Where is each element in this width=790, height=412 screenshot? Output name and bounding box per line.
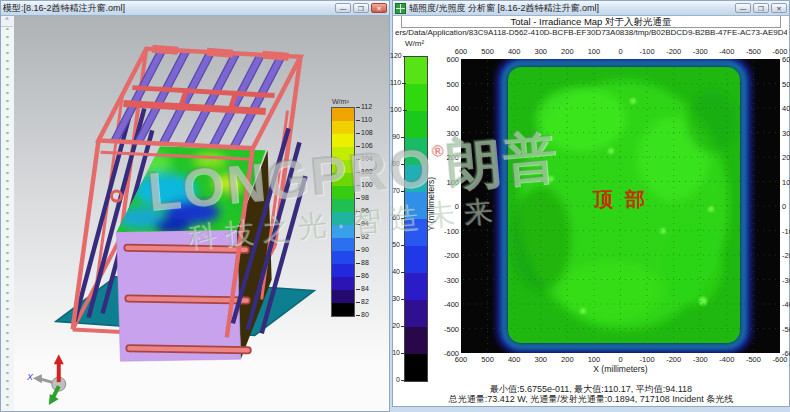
axis-x-label: X bbox=[26, 372, 34, 382]
orientation-triad: X bbox=[26, 354, 66, 405]
x-tick-label: -200 bbox=[661, 355, 687, 364]
colorbar-units-label: W/m² bbox=[405, 39, 424, 48]
minimize-icon[interactable]: — bbox=[735, 3, 751, 13]
legend-color-segment bbox=[332, 108, 354, 121]
model-window-titlebar[interactable]: 模型:[8.16-2酋特精注升窗.oml] — ❐ ✕ bbox=[1, 1, 389, 16]
y-tick-label: 0 bbox=[782, 202, 790, 211]
y-tick-label: -200 bbox=[433, 251, 459, 260]
y-tick-label: 600 bbox=[433, 55, 459, 64]
y-tick-label: 400 bbox=[782, 104, 790, 113]
x-tick-label: 200 bbox=[554, 47, 580, 56]
x-tick-label: 100 bbox=[581, 47, 607, 56]
y-tick-label: -500 bbox=[782, 325, 790, 334]
colorbar-color-segment bbox=[405, 327, 427, 354]
cage-bracket bbox=[111, 191, 121, 201]
x-tick-label: 400 bbox=[501, 47, 527, 56]
x-tick-label: -300 bbox=[687, 47, 713, 56]
irradiance-window-titlebar[interactable]: 辐照度/光照度 分析窗 [8.16-2酋特精注升窗.oml] — ❐ ✕ bbox=[393, 1, 789, 16]
close-icon[interactable]: ✕ bbox=[371, 3, 387, 13]
x-tick-label: 400 bbox=[501, 355, 527, 364]
y-tick-label: -500 bbox=[433, 325, 459, 334]
y-tick-label: 500 bbox=[782, 80, 790, 89]
x-tick-label: -500 bbox=[740, 355, 766, 364]
colorbar-color-segment bbox=[405, 273, 427, 300]
x-axis-title: X (millimeters) bbox=[461, 364, 780, 374]
x-tick-label: 300 bbox=[528, 47, 554, 56]
model-window: 模型:[8.16-2酋特精注升窗.oml] — ❐ ✕ ^ bbox=[0, 0, 390, 412]
model-side-strip[interactable]: ^ bbox=[1, 15, 15, 411]
model-viewport[interactable]: X W/m² 112110108106104102100989694929088… bbox=[14, 15, 389, 411]
irradiance-heatmap: 顶部 bbox=[461, 59, 780, 353]
y-tick-label: 200 bbox=[433, 153, 459, 162]
y-axis-title: Y (millimeters) bbox=[426, 169, 436, 239]
y-tick-label: 600 bbox=[782, 55, 790, 64]
irradiance-plot[interactable]: 顶部 bbox=[461, 59, 780, 353]
analysis-window-icon bbox=[395, 3, 406, 14]
x-tick-label: 500 bbox=[475, 355, 501, 364]
colorbar-color-segment bbox=[405, 300, 427, 327]
legend-color-segment bbox=[332, 160, 354, 173]
x-tick-label: 100 bbox=[581, 355, 607, 364]
colorbar-color-segment bbox=[405, 354, 427, 381]
legend-color-segment bbox=[332, 238, 354, 251]
colorbar-color-segment bbox=[405, 192, 427, 219]
map-title: Total - Irradiance Map 对于入射光通量 bbox=[401, 15, 781, 28]
irradiance-window-title: 辐照度/光照度 分析窗 [8.16-2酋特精注升窗.oml] bbox=[409, 2, 732, 15]
colorbar-color-segment bbox=[405, 138, 427, 165]
y-tick-label: -100 bbox=[433, 227, 459, 236]
restore-icon[interactable]: ❐ bbox=[753, 3, 769, 13]
y-tick-label: 300 bbox=[782, 129, 790, 138]
y-tick-label: 200 bbox=[782, 153, 790, 162]
x-tick-label: 200 bbox=[554, 355, 580, 364]
colorbar-color-segment bbox=[405, 57, 427, 84]
y-tick-label: 400 bbox=[433, 104, 459, 113]
x-tick-label: -400 bbox=[714, 355, 740, 364]
x-tick-label: -200 bbox=[661, 47, 687, 56]
x-tick-label: -400 bbox=[714, 47, 740, 56]
scroll-up-icon[interactable]: ^ bbox=[1, 15, 13, 27]
y-tick-label: 100 bbox=[782, 178, 790, 187]
colorbar-color-segment bbox=[405, 111, 427, 138]
y-tick-label: -100 bbox=[782, 227, 790, 236]
y-tick-label: -200 bbox=[782, 251, 790, 260]
legend-color-segment bbox=[332, 264, 354, 277]
legend-color-segment bbox=[332, 290, 354, 303]
irradiance-colorbar bbox=[404, 56, 428, 382]
legend-color-segment bbox=[332, 121, 354, 134]
y-tick-label: -400 bbox=[782, 300, 790, 309]
y-tick-label: -300 bbox=[433, 276, 459, 285]
y-tick-label: -400 bbox=[433, 300, 459, 309]
y-tick-label: -300 bbox=[782, 276, 790, 285]
y-tick-label: 0 bbox=[433, 202, 459, 211]
x-tick-label: 300 bbox=[528, 355, 554, 364]
model-window-title: 模型:[8.16-2酋特精注升窗.oml] bbox=[3, 2, 332, 15]
x-tick-label: -100 bbox=[634, 47, 660, 56]
minimize-icon[interactable]: — bbox=[335, 3, 351, 13]
close-icon[interactable]: ✕ bbox=[771, 3, 787, 13]
x-tick-label: 0 bbox=[608, 355, 634, 364]
x-tick-label: -300 bbox=[687, 355, 713, 364]
map-file-path: ers/Data/Application/83C9A118-D562-410D-… bbox=[395, 28, 787, 37]
legend-color-segment bbox=[332, 173, 354, 186]
colorbar-color-segment bbox=[405, 165, 427, 192]
legend-color-segment bbox=[332, 212, 354, 225]
colorbar-color-segment bbox=[405, 219, 427, 246]
legend-color-segment bbox=[332, 225, 354, 238]
stats-line-2: 总光通量:73.412 W, 光通量/发射光通量:0.1894, 717108 … bbox=[393, 393, 789, 406]
restore-icon[interactable]: ❐ bbox=[353, 3, 369, 13]
x-tick-label: 500 bbox=[475, 47, 501, 56]
legend-color-segment bbox=[332, 251, 354, 264]
legend-color-segment bbox=[332, 277, 354, 290]
y-tick-label: 500 bbox=[433, 80, 459, 89]
legend-color-segment bbox=[332, 303, 354, 316]
irradiance-map-window: 辐照度/光照度 分析窗 [8.16-2酋特精注升窗.oml] — ❐ ✕ Tot… bbox=[392, 0, 790, 407]
y-tick-label: -600 bbox=[433, 349, 459, 358]
legend-color-segment bbox=[332, 186, 354, 199]
y-tick-label: -600 bbox=[782, 349, 790, 358]
y-tick-label: 300 bbox=[433, 129, 459, 138]
colorbar-color-segment bbox=[405, 84, 427, 111]
x-tick-label: -100 bbox=[634, 355, 660, 364]
map-annotation: 顶部 bbox=[592, 188, 657, 210]
legend-color-segment bbox=[332, 134, 354, 147]
legend-color-segment bbox=[332, 147, 354, 160]
